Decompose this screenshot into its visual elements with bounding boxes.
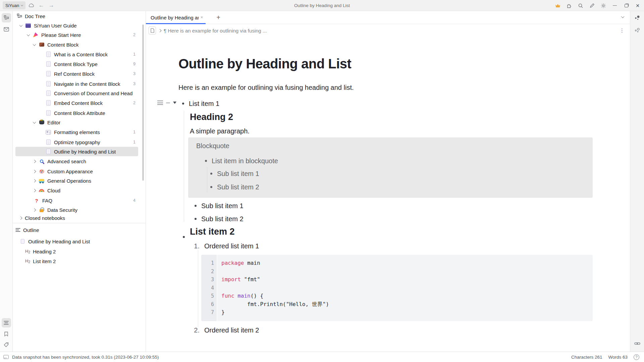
file-icon[interactable] xyxy=(149,26,156,35)
inbox-mail-dock-button[interactable] xyxy=(2,24,11,34)
crown-membership-icon[interactable] xyxy=(553,2,562,10)
chevron-down-icon[interactable] xyxy=(19,24,22,27)
list-gutter-icon[interactable] xyxy=(157,101,163,105)
snapshot-icon xyxy=(3,355,9,359)
theme-sun-icon[interactable] xyxy=(599,2,608,10)
doctree-item-please-start-here[interactable]: Please Start Here 2 xyxy=(15,30,138,40)
doctree-scrollbar[interactable] xyxy=(142,24,144,181)
outline-item-list-item-2[interactable]: H2 List item 2 xyxy=(15,256,138,266)
sub-list-item-1[interactable]: Sub list item 1 xyxy=(195,201,244,210)
tab-outline-by-heading-and-list[interactable]: Outline by Heading an × xyxy=(146,11,206,24)
doctree-item-outline-by-heading-and-list[interactable]: Outline by Heading and List xyxy=(15,147,138,156)
tab-list-chevron-icon[interactable] xyxy=(621,15,625,18)
outline-panel-header[interactable]: Outline xyxy=(15,225,39,235)
edit-pencil-icon[interactable] xyxy=(588,2,596,10)
minimize-button[interactable] xyxy=(610,2,619,10)
outline-dock-button[interactable] xyxy=(2,318,11,327)
document-icon xyxy=(45,71,51,77)
editor[interactable]: Outline by Heading and List Here is an e… xyxy=(146,37,630,352)
document-icon xyxy=(45,100,51,106)
doctree-item-content-block-attribute[interactable]: Content Block Attribute xyxy=(15,108,138,118)
doctree-item-content-block-type[interactable]: Content Block Type 9 xyxy=(15,59,138,69)
doctree-item-optimize-typography[interactable]: Optimize typography 1 xyxy=(15,137,138,147)
doctree-item-what-is-a-content-block[interactable]: What is a Content Block 1 xyxy=(15,50,138,59)
bullet-icon xyxy=(195,218,197,220)
bookmark-dock-button[interactable] xyxy=(2,329,11,339)
h2-badge: H2 xyxy=(25,258,30,264)
code-line: func main() { xyxy=(221,292,593,300)
code-line: } xyxy=(221,308,593,317)
drag-handle-icon[interactable] xyxy=(166,103,170,103)
intro-paragraph[interactable]: Here is an example for outlining via fus… xyxy=(178,84,354,92)
simple-paragraph[interactable]: A simple paragraph. xyxy=(190,127,250,135)
doc-tree-dock-button[interactable] xyxy=(2,13,11,22)
code-line xyxy=(221,267,593,276)
doctree-header-label: Doc Tree xyxy=(25,13,45,19)
left-dock-rail xyxy=(0,11,13,352)
code-line: fmt.Println("Hello, 世界") xyxy=(221,300,593,309)
maximize-button[interactable] xyxy=(622,2,631,10)
closed-notebooks[interactable]: Closed notebooks xyxy=(15,213,138,223)
chevron-down-icon[interactable] xyxy=(33,44,36,46)
code-content[interactable]: package main import "fmt" func main() { … xyxy=(217,255,593,321)
doctree-item-general-operations[interactable]: General Operations xyxy=(15,176,138,185)
panel-divider[interactable] xyxy=(13,223,146,223)
document-icon xyxy=(19,238,25,244)
chevron-right-icon[interactable] xyxy=(33,160,36,163)
doctree-item-custom-appearance[interactable]: Custom Appearance xyxy=(15,167,138,176)
global-graph-dock-button[interactable] xyxy=(633,25,642,35)
tab-close-icon[interactable]: × xyxy=(201,15,203,20)
doctree-item-advanced-search[interactable]: Advanced search xyxy=(15,157,138,166)
close-button[interactable]: ✕ xyxy=(633,2,642,10)
newspaper-icon xyxy=(45,129,51,135)
ordered-list-item-1[interactable]: 1. Ordered list item 1 xyxy=(192,242,259,250)
chevron-right-icon[interactable] xyxy=(33,209,36,211)
more-options-kebab-icon[interactable]: ⋮ xyxy=(620,27,625,34)
tag-dock-button[interactable] xyxy=(2,340,11,349)
main-area: Outline by Heading an × + ¶ Here is an e… xyxy=(146,11,630,352)
doctree-item-navigate-in-the-content-block[interactable]: Navigate in the Content Block 3 xyxy=(15,79,138,88)
list-item-1[interactable]: List item 1 xyxy=(182,99,219,108)
doctree-item-editor[interactable]: Editor xyxy=(15,118,138,127)
chevron-right-icon[interactable] xyxy=(33,189,36,192)
blockquote[interactable]: Blockquote List item in blockquote Sub l… xyxy=(188,137,593,198)
doctree-panel-header[interactable]: Doc Tree xyxy=(13,11,146,21)
doctree-item-embed-content-block[interactable]: Embed Content Block 2 xyxy=(15,98,138,108)
outline-item-heading-2[interactable]: H2 Heading 2 xyxy=(15,247,138,256)
doctree-item-siyuan-user-guide[interactable]: SiYuan User Guide xyxy=(15,21,138,30)
chevron-down-icon[interactable] xyxy=(26,34,30,36)
doctree-item-faq[interactable]: ? FAQ 4 xyxy=(15,196,138,205)
help-icon[interactable]: ? xyxy=(634,354,639,360)
document-title[interactable]: Outline by Heading and List xyxy=(178,56,351,71)
ordered-list-item-2[interactable]: 2. Ordered list item 2 xyxy=(192,326,259,335)
heading-2[interactable]: Heading 2 xyxy=(190,112,233,122)
app-menu-button[interactable]: SiYuan xyxy=(3,1,25,9)
doctree-item-ref-content-block[interactable]: Ref Content Block 3 xyxy=(15,69,138,78)
backlinks-dock-button[interactable] xyxy=(633,339,642,348)
sub-list-item-2[interactable]: Sub list item 2 xyxy=(195,215,244,223)
doctree-item-cloud[interactable]: Cloud xyxy=(15,186,138,195)
doctree-item-formatting-elements[interactable]: Formatting elements 1 xyxy=(15,127,138,137)
chevron-right-icon[interactable] xyxy=(19,217,22,219)
outline-item-document[interactable]: Outline by Heading and List xyxy=(15,237,138,246)
cloud-sync-icon[interactable] xyxy=(27,1,36,9)
back-button[interactable]: ← xyxy=(37,1,46,9)
code-block[interactable]: 1 2 3 4 5 6 7 package main import "fmt" … xyxy=(201,255,593,321)
new-tab-button[interactable]: + xyxy=(212,11,225,24)
collapse-triangle-icon[interactable] xyxy=(173,102,176,104)
doctree-item-content-block[interactable]: Content Block xyxy=(15,40,138,49)
plugin-puzzle-icon[interactable] xyxy=(565,2,574,10)
list-item-2-heading[interactable]: List item 2 xyxy=(190,227,235,237)
lock-icon xyxy=(39,207,45,213)
doctree-item-conversion-of-document[interactable]: Conversion of Document and Head... xyxy=(15,88,138,98)
search-icon[interactable] xyxy=(576,2,585,10)
breadcrumb-block-text[interactable]: ¶ Here is an example for outlining via f… xyxy=(164,28,267,34)
forward-button[interactable]: → xyxy=(47,1,56,9)
editor-icon xyxy=(39,119,45,125)
chevron-down-icon[interactable] xyxy=(33,121,36,124)
chevron-right-icon[interactable] xyxy=(33,180,36,182)
graph-dock-button[interactable] xyxy=(633,13,642,22)
window-title: Outline by Heading and List xyxy=(294,0,350,11)
app-menu-label: SiYuan xyxy=(5,3,19,8)
chevron-right-icon[interactable] xyxy=(33,170,36,173)
